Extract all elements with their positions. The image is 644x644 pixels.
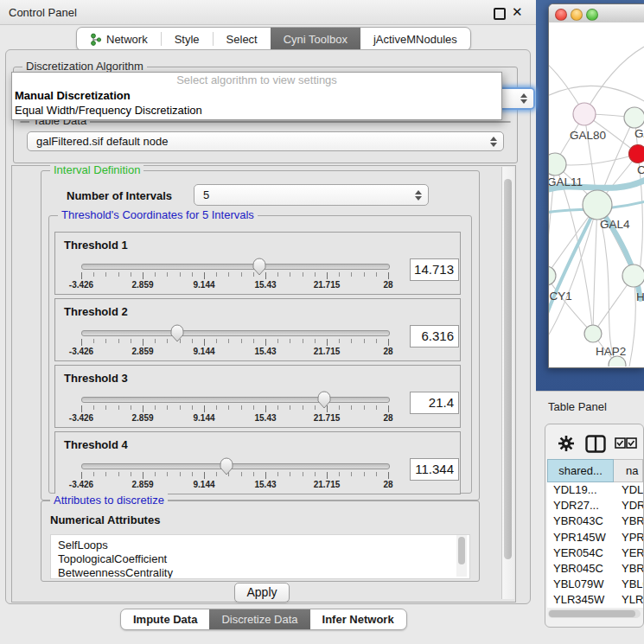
scale-label: 9.144: [193, 347, 214, 356]
threshold-slider[interactable]: [81, 330, 390, 336]
attribute-list-item[interactable]: SelfLoops: [51, 539, 469, 552]
column-header-shared-name[interactable]: shared...: [547, 459, 614, 482]
node-green-top-right[interactable]: [624, 107, 644, 128]
split-columns-icon[interactable]: [585, 435, 606, 453]
node-hap2[interactable]: [584, 325, 602, 342]
scrollbar-thumb[interactable]: [458, 537, 465, 564]
attribute-list-item[interactable]: TopologicalCoefficient: [51, 552, 469, 566]
apply-button[interactable]: Apply: [234, 583, 290, 603]
node-gal4[interactable]: [583, 190, 612, 220]
cell-shared-name[interactable]: YBR043C: [547, 513, 618, 529]
popup-hint: Select algorithm to view settings: [12, 73, 501, 88]
cell-name[interactable]: YBR0: [618, 513, 643, 529]
combo-value: galFiltered.sif default node: [36, 135, 168, 148]
threshold-label: Threshold 1: [64, 239, 128, 252]
threshold-value-field[interactable]: 11.344: [410, 458, 459, 481]
attributes-scrollbar[interactable]: [456, 535, 467, 577]
node-h[interactable]: [622, 265, 644, 287]
cell-name[interactable]: YDL1: [618, 482, 643, 498]
group-threshold-coordinates: Threshold's Coordinates for 5 Intervals …: [48, 215, 472, 494]
table-row[interactable]: YDR27...YDR2: [547, 498, 643, 513]
slider-thumb[interactable]: [170, 324, 184, 342]
column-header-name[interactable]: na: [614, 459, 643, 482]
cell-name[interactable]: YBL0: [618, 577, 643, 592]
group-table-data: Table Data: [20, 121, 511, 123]
threshold-value-field[interactable]: 14.713: [410, 258, 459, 281]
table-row[interactable]: YBL079WYBL0: [547, 577, 643, 592]
tab-network[interactable]: Network: [77, 28, 161, 50]
node-label-clipped-ga: GA: [634, 127, 644, 140]
vertical-scrollbar[interactable]: [501, 167, 514, 599]
threshold-panel: Threshold 1 -3.4262.8599.14415.4321.7152…: [54, 232, 461, 295]
table-row[interactable]: YBR043CYBR0: [547, 513, 643, 529]
cell-name[interactable]: YLR3: [618, 592, 643, 608]
node-gcy1[interactable]: [549, 266, 556, 285]
cell-name[interactable]: YBR0: [618, 561, 643, 577]
combo-arrows-icon: [490, 137, 497, 147]
table-row[interactable]: YDL19...YDL1: [547, 482, 643, 498]
table-row[interactable]: YPR145WYPR1: [547, 530, 643, 545]
table-rows[interactable]: YDL19...YDL1YDR27...YDR2YBR043CYBR0YPR14…: [547, 482, 643, 608]
scale-label: -3.426: [69, 280, 93, 290]
tab-label: jActiveMNodules: [373, 33, 457, 46]
horizontal-scrollbar[interactable]: [548, 609, 641, 618]
close-icon[interactable]: ✕: [512, 4, 523, 20]
cell-shared-name[interactable]: YBL079W: [547, 577, 618, 592]
node-pink[interactable]: [573, 103, 596, 125]
cell-shared-name[interactable]: YPR145W: [547, 530, 618, 545]
threshold-value-field[interactable]: 21.4: [410, 392, 459, 414]
slider-thumb[interactable]: [317, 391, 331, 409]
node-label-h: H: [636, 290, 644, 303]
threshold-value-field[interactable]: 6.316: [410, 325, 459, 348]
algorithm-dropdown-popup: Select algorithm to view settings Manual…: [11, 72, 502, 120]
close-traffic-light-icon[interactable]: [555, 9, 567, 21]
cell-shared-name[interactable]: YER054C: [547, 545, 618, 561]
tab-style[interactable]: Style: [162, 28, 213, 50]
threshold-slider[interactable]: [81, 397, 390, 403]
slider-thumb[interactable]: [252, 258, 266, 276]
tab-infer-network[interactable]: Infer Network: [310, 609, 406, 629]
slider-thumb[interactable]: [220, 457, 233, 475]
popup-item-equal-width[interactable]: Equal Width/Frequency Discretization: [12, 103, 501, 118]
scale-label: 2.859: [131, 347, 153, 356]
scale-label: 2.859: [131, 480, 153, 489]
table-row[interactable]: YBR045CYBR0: [547, 561, 643, 577]
scale-label: 28: [383, 347, 392, 356]
cell-name[interactable]: YPR1: [618, 530, 643, 545]
cell-shared-name[interactable]: YDR27...: [547, 498, 618, 513]
threshold-slider[interactable]: [81, 463, 390, 469]
tab-impute-data[interactable]: Impute Data: [121, 609, 209, 629]
cell-shared-name[interactable]: YDL19...: [547, 482, 618, 498]
table-row[interactable]: YLR345WYLR3: [547, 592, 643, 608]
scale-label: 15.43: [254, 413, 276, 423]
tab-cyni-toolbox[interactable]: Cyni Toolbox: [271, 28, 360, 50]
float-window-icon[interactable]: [494, 8, 506, 20]
cell-shared-name[interactable]: YLR345W: [547, 592, 618, 608]
cell-shared-name[interactable]: YBR045C: [547, 561, 618, 577]
cell-name[interactable]: YDR2: [618, 498, 643, 513]
slider-scale-labels: -3.4262.8599.14415.4321.71528: [81, 480, 388, 490]
scrollbar-thumb[interactable]: [504, 179, 512, 559]
zoom-traffic-light-icon[interactable]: [586, 9, 598, 21]
tab-label: Cyni Toolbox: [284, 33, 348, 46]
tab-discretize-data[interactable]: Discretize Data: [209, 609, 309, 629]
threshold-slider[interactable]: [81, 264, 390, 270]
number-of-intervals-combobox[interactable]: 5: [194, 184, 429, 206]
network-canvas[interactable]: GAL80 GA C GAL11 GAL4 GCY1 H HAP2: [549, 22, 644, 367]
table-row[interactable]: YER054CYER0: [547, 545, 643, 561]
node-red-selected[interactable]: [629, 145, 644, 163]
gear-icon[interactable]: [558, 435, 575, 452]
group-legend: Interval Definition: [50, 163, 143, 176]
popup-item-manual-discretization[interactable]: Manual Discretization: [12, 88, 501, 103]
checkbox-columns-icon[interactable]: [615, 437, 637, 449]
tab-jactivemnodules[interactable]: jActiveMNodules: [360, 28, 470, 50]
table-data-combobox[interactable]: galFiltered.sif default node: [27, 131, 504, 151]
cell-name[interactable]: YER0: [618, 545, 643, 561]
scrollbar-thumb[interactable]: [549, 610, 635, 617]
minimize-traffic-light-icon[interactable]: [571, 9, 583, 21]
control-panel-titlebar: Control Panel ✕: [0, 0, 536, 25]
tab-select[interactable]: Select: [214, 28, 271, 50]
numerical-attributes-list[interactable]: SelfLoopsTopologicalCoefficientBetweenne…: [50, 534, 470, 579]
node-gal11[interactable]: [549, 153, 566, 175]
attribute-list-item[interactable]: BetweennessCentrality: [51, 566, 469, 579]
